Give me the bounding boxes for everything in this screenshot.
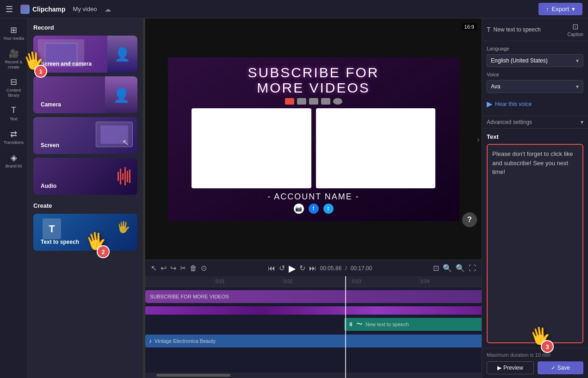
language-label: Language (487, 46, 583, 51)
sidebar-item-text[interactable]: T Text (1, 103, 27, 124)
export-button[interactable]: ↑ Export ▾ (538, 3, 582, 15)
sidebar-label-content-library: Content library (3, 88, 25, 98)
cursor-tool-icon[interactable]: ↖ (151, 264, 157, 273)
sidebar-label-your-media: Your media (3, 36, 24, 41)
play-icon[interactable]: ▶ (289, 263, 296, 274)
save-check-icon: ✓ (551, 365, 556, 371)
zoom-out-icon[interactable]: 🔍 (443, 264, 452, 273)
skip-back-icon[interactable]: ⏮ (268, 264, 275, 273)
tts-wave-icon: 〜 (356, 320, 363, 328)
voice-select-wrapper: Ava (487, 80, 583, 93)
max-duration-label: Maximum duration is 10 min (487, 352, 583, 358)
scrollbar-thumb[interactable] (156, 374, 230, 377)
sidebar-item-transitions[interactable]: ⇄ Transitions (1, 126, 27, 148)
brand-icon: ◈ (9, 153, 19, 163)
timeline-playback: ⏮ ↺ ▶ ↻ ⏭ 00:05.86 / 00:17.00 (268, 263, 372, 274)
ruler-mark-1: 0:01 (214, 276, 224, 287)
clip-color-strip[interactable] (145, 306, 482, 315)
save-label: Save (557, 365, 570, 371)
library-icon: ⊟ (9, 77, 19, 87)
grid-icon: ⊞ (9, 25, 19, 35)
rewind-icon[interactable]: ↺ (279, 264, 285, 273)
canvas-title-line1: SUBSCRIBE FOR (248, 65, 379, 80)
canvas-title-line2: MORE VIDEOS (257, 80, 370, 95)
caption-label: Caption (568, 32, 583, 37)
right-panel-footer: Maximum duration is 10 min ▶ Preview ✓ S… (482, 348, 588, 378)
undo-icon[interactable]: ↩ (161, 264, 167, 273)
sidebar-label-transitions: Transitions (4, 140, 24, 145)
voice-label: Voice (487, 72, 583, 77)
sidebar-item-record[interactable]: 🎥 Record & create (1, 46, 27, 73)
clip-music[interactable]: ♪ Vintage Electronica Beauty (145, 335, 482, 347)
text-content: Please don't forget to click like and su… (492, 150, 573, 175)
cut-icon[interactable]: ✂ (180, 264, 186, 273)
advanced-chevron-icon: ▾ (581, 119, 583, 125)
record-card-audio[interactable]: Audio (33, 158, 137, 195)
tracks-container: SUBSCRIBE FOR MORE VIDEOS ⏸ 〜 New text t… (145, 287, 482, 352)
record-card-camera[interactable]: 👤 Camera (33, 76, 137, 113)
app-name: Clipchamp (32, 6, 66, 13)
record-card-screen-camera[interactable]: 👤 Screen and camera (33, 36, 137, 73)
fullscreen-icon[interactable]: ⛶ (469, 264, 476, 273)
tts-header-label: T New text to speech (487, 26, 541, 33)
delete-icon[interactable]: 🗑 (190, 264, 197, 273)
canvas-frame: SUBSCRIBE FOR MORE VIDEOS - ACCOUNT NAME… (168, 57, 459, 221)
card-label-screen: Screen (37, 139, 63, 151)
main-layout: ⊞ Your media 🎥 Record & create ⊟ Content… (0, 19, 588, 378)
export-arrow-icon: ↑ (546, 6, 549, 12)
text-content-box[interactable]: Please don't forget to click like and su… (487, 144, 583, 343)
aspect-ratio-badge: 16:9 (462, 23, 477, 31)
transitions-icon: ⇄ (9, 129, 19, 139)
redo-icon[interactable]: ↪ (170, 264, 176, 273)
clip-subscribe-video[interactable]: SUBSCRIBE FOR MORE VIDEOS (145, 290, 482, 303)
playhead[interactable] (345, 276, 346, 378)
canvas-preview: SUBSCRIBE FOR MORE VIDEOS - ACCOUNT NAME… (145, 19, 482, 260)
caption-button[interactable]: ⊡ Caption (568, 22, 583, 37)
timeline-area: 0:01 0:02 0:03 0:04 SUBSCRIBE FOR MORE V… (145, 276, 482, 378)
expand-right-icon[interactable]: › (477, 134, 480, 144)
sidebar-item-your-media[interactable]: ⊞ Your media (1, 22, 27, 44)
caption-icon[interactable]: ⊡ (433, 264, 439, 273)
zoom-in-icon[interactable]: 🔍 (456, 264, 465, 273)
text-section-label: Text (487, 133, 583, 140)
language-select[interactable]: English (United States) (487, 54, 583, 67)
language-section: Language English (United States) (482, 41, 588, 72)
help-button[interactable]: ? (462, 212, 477, 227)
sidebar-label-record: Record & create (3, 60, 25, 70)
voice-select[interactable]: Ava (487, 80, 583, 93)
card-label-camera: Camera (37, 99, 65, 111)
sidebar-label-brand-kit: Brand kit (6, 164, 22, 169)
tts-pause-icon: ⏸ (348, 321, 353, 328)
canvas-account-name: - ACCOUNT NAME - (267, 192, 359, 202)
menu-icon[interactable]: ☰ (6, 4, 13, 14)
video-title[interactable]: My video (73, 6, 97, 12)
timeline-scrollbar[interactable] (145, 372, 482, 378)
track-row-music: ♪ Vintage Electronica Beauty (145, 334, 482, 348)
clip-tts[interactable]: ⏸ 〜 New text to speech (344, 318, 482, 331)
forward-icon[interactable]: ↻ (299, 264, 305, 273)
card-label-tts: Text to speech (37, 236, 83, 248)
video-icon: 🎥 (9, 49, 19, 59)
timeline-toolbar-right: ⊡ 🔍 🔍 ⛶ (433, 264, 476, 273)
record-card-screen[interactable]: ↖ Screen (33, 117, 137, 154)
tts-header-text: New text to speech (494, 26, 541, 33)
save-button[interactable]: ✓ Save (538, 361, 584, 374)
more-tools-icon[interactable]: ⊙ (201, 264, 207, 273)
export-label: Export (551, 6, 569, 12)
preview-play-icon: ▶ (497, 365, 501, 371)
hear-voice-play-icon: ▶ (487, 99, 492, 108)
language-select-wrapper: English (United States) (487, 54, 583, 67)
sidebar-item-content-library[interactable]: ⊟ Content library (1, 74, 27, 101)
skip-forward-icon[interactable]: ⏭ (309, 264, 316, 273)
track-row-color-strip (145, 306, 482, 315)
app-logo: Clipchamp (20, 5, 66, 14)
time-separator: / (345, 265, 347, 272)
record-section-title: Record (33, 24, 137, 31)
record-cards: 👤 Screen and camera 👤 Camera ↖ Screen (33, 36, 137, 195)
preview-button[interactable]: ▶ Preview (487, 361, 534, 374)
tts-header-icon: T (487, 26, 491, 33)
tts-card[interactable]: T 🖐 Text to speech (33, 214, 137, 251)
hear-voice-button[interactable]: ▶ Hear this voice (487, 97, 583, 111)
sidebar-item-brand-kit[interactable]: ◈ Brand kit (1, 150, 27, 172)
advanced-settings-toggle[interactable]: Advanced settings ▾ (482, 116, 588, 129)
